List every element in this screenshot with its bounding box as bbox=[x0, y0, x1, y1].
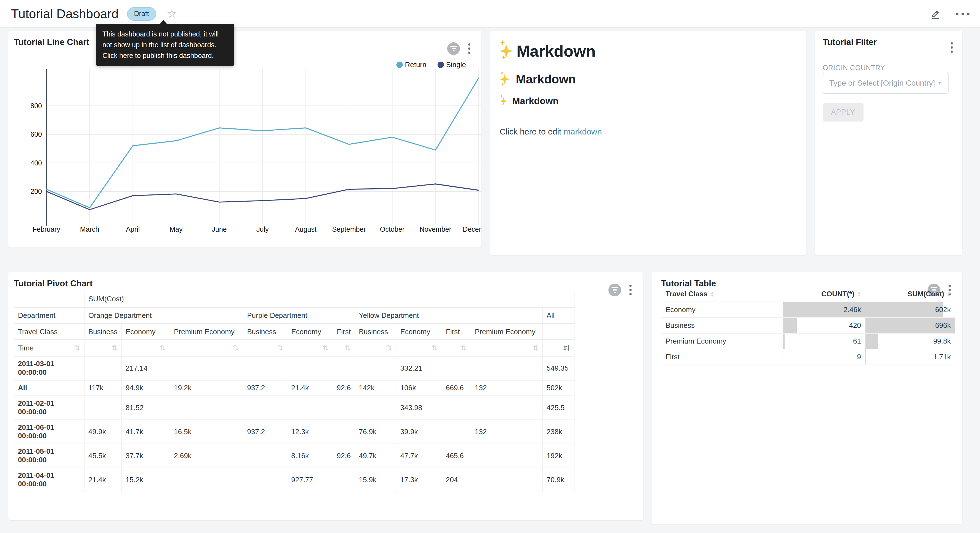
pivot-table: SUM(Cost)DepartmentOrange DepartmentPurp… bbox=[14, 291, 574, 492]
pivot-row-header: 2011-03-01 00:00:00 bbox=[14, 356, 84, 380]
pivot-value-cell: 21.4k bbox=[84, 468, 122, 492]
sort-carets-icon: ▲▼ bbox=[857, 291, 861, 297]
pivot-value-cell: 37.7k bbox=[122, 444, 170, 468]
pivot-value-cell: 937.2 bbox=[243, 380, 287, 396]
sort-icon[interactable]: ⇅ bbox=[431, 345, 438, 352]
table-row: Business420696k bbox=[661, 318, 955, 334]
markdown-heading-1-text: Markdown bbox=[517, 42, 596, 60]
pivot-value-cell bbox=[243, 356, 287, 380]
pivot-sort-cell: ⇅ bbox=[243, 340, 287, 356]
sort-carets-icon: ▲▼ bbox=[947, 291, 951, 297]
y-axis-tick-label: 600 bbox=[30, 130, 42, 138]
draft-status-badge[interactable]: Draft bbox=[127, 7, 156, 21]
chart-kebab-icon[interactable] bbox=[951, 42, 953, 53]
edit-pencil-icon[interactable] bbox=[929, 8, 942, 20]
pivot-value-cell: 19.2k bbox=[170, 380, 243, 396]
pivot-value-cell: 15.9k bbox=[355, 468, 396, 492]
origin-country-select[interactable]: Type or Select [Origin Country] ▼ bbox=[822, 73, 948, 94]
sort-icon[interactable]: ⇅ bbox=[386, 345, 392, 352]
markdown-heading-2: Markdown bbox=[500, 72, 795, 86]
markdown-heading-2-text: Markdown bbox=[515, 72, 576, 86]
edit-markdown-link[interactable]: markdown bbox=[564, 127, 602, 136]
pivot-row-header: 2011-04-01 00:00:00 bbox=[14, 468, 84, 492]
table-column-header: SUM(Cost)▲▼ bbox=[865, 286, 955, 302]
sort-icon[interactable]: ⇅ bbox=[159, 345, 166, 352]
pivot-subcolumn-header: First bbox=[442, 324, 471, 340]
filter-panel-title: Tutorial Filter bbox=[822, 37, 877, 47]
x-axis-tick-label: June bbox=[212, 225, 227, 233]
x-axis-tick-label: September bbox=[332, 225, 366, 233]
apply-button[interactable]: APPLY bbox=[822, 103, 864, 121]
sort-carets-icon: ▲▼ bbox=[710, 291, 714, 297]
sum-cost-cell: 696k bbox=[865, 318, 955, 334]
table-panel: Tutorial Table Travel Class▲▼COUNT(*)▲▼S… bbox=[652, 272, 963, 524]
more-options-icon[interactable] bbox=[956, 13, 969, 15]
sum-cost-cell: 99.8k bbox=[865, 334, 955, 349]
line-chart-plot: 200400600800FebruaryMarchAprilMayJuneJul… bbox=[8, 31, 482, 247]
pivot-sort-cell-inner: ⇅ bbox=[247, 345, 283, 352]
pivot-table-container: SUM(Cost)DepartmentOrange DepartmentPurp… bbox=[14, 291, 574, 492]
pivot-value-cell: 425.5 bbox=[543, 396, 574, 420]
pivot-travel-class-label: Travel Class bbox=[14, 324, 84, 340]
pivot-value-cell: 343.98 bbox=[396, 396, 442, 420]
caret-down-icon: ▼ bbox=[857, 294, 861, 297]
pivot-value-cell: 39.9k bbox=[396, 420, 442, 444]
pivot-value-cell: 17.3k bbox=[396, 468, 442, 492]
pivot-chart-panel: Tutorial Pivot Chart SUM(Cost)Department… bbox=[8, 272, 643, 520]
sort-icon[interactable]: ⇅ bbox=[532, 345, 539, 352]
chart-kebab-icon[interactable] bbox=[629, 285, 632, 295]
dashboard-header: Tutorial Dashboard Draft ☆ bbox=[0, 0, 980, 28]
pivot-value-cell: 132 bbox=[471, 420, 543, 444]
pivot-value-cell bbox=[355, 356, 396, 380]
pivot-row-header: 2011-02-01 00:00:00 bbox=[14, 396, 84, 420]
pivot-value-cell bbox=[243, 444, 287, 468]
table-column-label: COUNT(*) bbox=[821, 290, 854, 298]
pivot-value-cell bbox=[170, 356, 243, 380]
pivot-value-cell: 12.3k bbox=[287, 420, 333, 444]
pivot-value-cell bbox=[333, 468, 355, 492]
table-column-header-inner[interactable]: Travel Class▲▼ bbox=[666, 290, 778, 298]
pivot-value-cell: 142k bbox=[355, 380, 396, 396]
origin-country-label: ORIGIN COUNTRY bbox=[822, 64, 885, 72]
sort-icon[interactable]: ⇅ bbox=[323, 345, 329, 352]
pivot-value-cell: 76.9k bbox=[355, 420, 396, 444]
sort-icon[interactable]: ⇅ bbox=[460, 345, 467, 352]
sort-icon[interactable]: ⇅ bbox=[233, 345, 239, 352]
table-column-label: Travel Class bbox=[666, 290, 708, 298]
sort-icon[interactable]: ⇅ bbox=[277, 345, 283, 352]
select-placeholder: Type or Select [Origin Country] bbox=[829, 79, 935, 88]
table-column-header-inner[interactable]: COUNT(*)▲▼ bbox=[787, 290, 861, 298]
pivot-value-cell: 549.35 bbox=[543, 356, 574, 380]
sort-icon[interactable]: ⇅ bbox=[74, 345, 80, 352]
x-axis-tick-label: May bbox=[170, 225, 183, 233]
pivot-subcolumn-header: Business bbox=[84, 324, 122, 340]
pivot-value-cell bbox=[170, 396, 243, 420]
publish-tooltip: This dashboard is not published, it will… bbox=[96, 24, 234, 66]
table-column-header-inner[interactable]: SUM(Cost)▲▼ bbox=[870, 290, 951, 298]
pivot-sort-cell: ⇅ bbox=[84, 340, 122, 356]
sort-icon[interactable]: ⇅ bbox=[111, 345, 118, 352]
travel-class-cell: Economy bbox=[661, 302, 783, 318]
pivot-value-cell bbox=[333, 396, 355, 420]
y-axis-tick-label: 400 bbox=[30, 159, 42, 167]
sort-desc-icon[interactable] bbox=[563, 345, 570, 351]
pivot-row: 2011-05-01 00:00:0045.5k37.7k2.69k8.16k9… bbox=[14, 444, 574, 468]
pivot-sort-cell: ⇅ bbox=[396, 340, 442, 356]
sort-icon[interactable]: ⇅ bbox=[345, 345, 351, 352]
cross-filter-icon[interactable] bbox=[608, 284, 621, 296]
pivot-value-cell bbox=[84, 356, 122, 380]
pivot-subcolumn-header bbox=[543, 324, 574, 340]
table-column-header: COUNT(*)▲▼ bbox=[783, 286, 865, 302]
pivot-sort-cell bbox=[543, 340, 574, 356]
pivot-value-cell: 92.6 bbox=[333, 380, 355, 396]
y-axis-tick-label: 200 bbox=[30, 188, 42, 195]
pivot-value-cell bbox=[84, 396, 122, 420]
x-axis-tick-label: August bbox=[295, 225, 317, 233]
pivot-sort-cell: ⇅ bbox=[333, 340, 355, 356]
favorite-star-icon[interactable]: ☆ bbox=[167, 8, 177, 20]
sum-cost-cell: 1.71k bbox=[865, 349, 955, 365]
sparkles-icon bbox=[500, 42, 517, 58]
pivot-sort-cell-inner: ⇅ bbox=[400, 345, 438, 352]
markdown-panel: Markdown Markdown Markdown Click here to… bbox=[490, 31, 806, 255]
count-cell: 9 bbox=[783, 349, 865, 365]
